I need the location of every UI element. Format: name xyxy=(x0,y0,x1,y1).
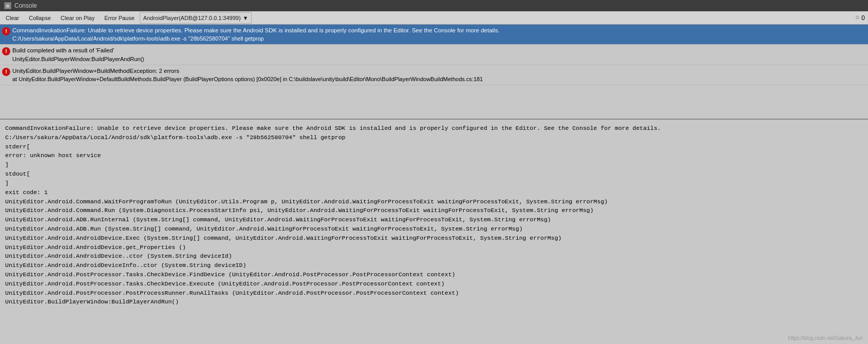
console-entry[interactable]: !Build completed with a result of 'Faile… xyxy=(0,45,868,65)
collapse-button[interactable]: Collapse xyxy=(24,12,55,24)
entry-line2: UnityEditor.BuildPlayerWindow:BuildPlaye… xyxy=(12,55,866,63)
detail-line: UnityEditor.Android.AndroidDeviceInfo..c… xyxy=(5,261,863,270)
error-pause-button[interactable]: Error Pause xyxy=(100,12,139,24)
error-icon: ! xyxy=(2,27,10,35)
zero-count: 0 xyxy=(861,14,865,22)
detail-line: UnityEditor.Android.PostProcessor.Tasks.… xyxy=(5,270,863,279)
console-list: !CommandInvokationFailure: Unable to ret… xyxy=(0,25,868,120)
watermark: https://blog.csdn.net/Sakura_Jun xyxy=(788,335,863,341)
detail-line: UnityEditor.Android.ADB.Run (System.Stri… xyxy=(5,224,863,234)
entry-text: Build completed with a result of 'Failed… xyxy=(12,46,866,63)
circle-icon: ○ xyxy=(856,14,860,22)
console-entry[interactable]: !CommandInvokationFailure: Unable to ret… xyxy=(0,25,868,45)
detail-line: UnityEditor.Android.Command.Run (System.… xyxy=(5,206,863,215)
detail-line: UnityEditor.Android.PostProcessor.Tasks.… xyxy=(5,279,863,289)
title-bar: ▣ Console xyxy=(0,0,868,11)
console-entry[interactable]: !UnityEditor.BuildPlayerWindow+BuildMeth… xyxy=(0,65,868,85)
detail-line: CommandInvokationFailure: Unable to retr… xyxy=(5,124,863,133)
console-panel: !CommandInvokationFailure: Unable to ret… xyxy=(0,25,868,344)
detail-line: UnityEditor.Android.Command.WaitForProgr… xyxy=(5,197,863,206)
clear-button[interactable]: Clear xyxy=(1,12,24,24)
entry-line1: Build completed with a result of 'Failed… xyxy=(12,46,866,54)
detail-line: ] xyxy=(5,179,863,188)
entry-text: UnityEditor.BuildPlayerWindow+BuildMetho… xyxy=(12,67,866,83)
android-player-dropdown[interactable]: AndroidPlayer(ADB@127.0.0.1:34999) ▼ xyxy=(140,12,252,24)
entry-line2: at UnityEditor.BuildPlayerWindow+Default… xyxy=(12,75,866,83)
entry-line2: C:/Users/sakura/AppData/Local/Android/sd… xyxy=(12,35,866,43)
console-detail: CommandInvokationFailure: Unable to retr… xyxy=(0,120,868,344)
toolbar-right: ○ 0 xyxy=(856,14,867,22)
error-icon: ! xyxy=(2,68,10,76)
toolbar: Clear Collapse Clear on Play Error Pause… xyxy=(0,11,868,25)
detail-line: stdout[ xyxy=(5,169,863,179)
clear-on-play-button[interactable]: Clear on Play xyxy=(56,12,99,24)
detail-line: UnityEditor.Android.AndroidDevice.get_Pr… xyxy=(5,243,863,252)
error-icon: ! xyxy=(2,47,10,55)
detail-line: stderr[ xyxy=(5,142,863,151)
detail-line: UnityEditor.Android.AndroidDevice.Exec (… xyxy=(5,234,863,243)
detail-line: ] xyxy=(5,160,863,169)
detail-line: UnityEditor.Android.AndroidDevice..ctor … xyxy=(5,252,863,261)
detail-line: exit code: 1 xyxy=(5,188,863,197)
entry-text: CommandInvokationFailure: Unable to retr… xyxy=(12,26,866,43)
detail-line: UnityEditor.BuildPlayerWindow:BuildPlaye… xyxy=(5,297,863,307)
title-bar-text: Console xyxy=(14,2,37,9)
entry-line1: CommandInvokationFailure: Unable to retr… xyxy=(12,26,866,34)
console-icon: ▣ xyxy=(4,2,11,9)
entry-line1: UnityEditor.BuildPlayerWindow+BuildMetho… xyxy=(12,67,866,75)
detail-line: UnityEditor.Android.ADB.RunInternal (Sys… xyxy=(5,215,863,224)
detail-line: error: unknown host service xyxy=(5,151,863,160)
android-player-label: AndroidPlayer(ADB@127.0.0.1:34999) xyxy=(143,15,241,21)
dropdown-arrow-icon: ▼ xyxy=(243,15,249,21)
detail-line: UnityEditor.Android.PostProcessor.PostPr… xyxy=(5,289,863,298)
detail-line: C:/Users/sakura/AppData/Local/Android/sd… xyxy=(5,133,863,142)
